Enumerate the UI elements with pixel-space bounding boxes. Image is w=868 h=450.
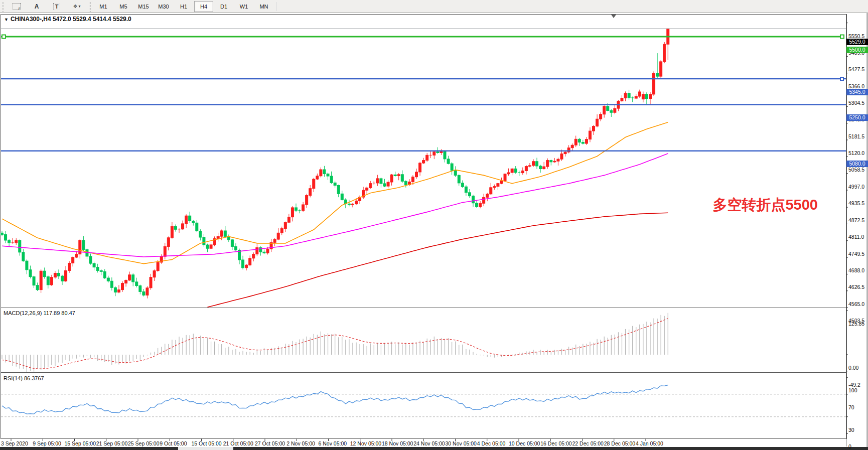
bull-candle <box>220 231 223 236</box>
bear-candle <box>196 223 198 231</box>
bear-candle <box>323 170 326 174</box>
bear-candle <box>327 174 329 176</box>
bull-candle <box>574 139 577 145</box>
time-axis-label: 30 Nov 05:00 <box>446 440 477 446</box>
bear-candle <box>206 245 209 248</box>
ma-mid-line <box>2 154 668 257</box>
bull-candle <box>653 73 655 94</box>
bull-candle <box>390 175 393 182</box>
shapes-tool-button[interactable]: ❖ ▾ <box>67 1 86 12</box>
bear-candle <box>107 278 109 281</box>
bull-candle <box>150 277 152 288</box>
green-line-handle-right[interactable] <box>840 35 844 39</box>
rsi-indicator-label: RSI(14) 86.3767 <box>4 375 44 381</box>
bear-candle <box>100 270 102 271</box>
bear-candle <box>231 240 233 247</box>
bull-candle <box>249 258 251 265</box>
bull-candle <box>614 108 616 112</box>
bear-candle <box>334 183 336 185</box>
chart-annotation-text[interactable]: 多空转折点5500 <box>627 195 818 215</box>
bull-candle <box>75 254 78 257</box>
bull-candle <box>638 92 641 96</box>
bear-candle <box>189 216 191 221</box>
time-axis-label: 28 Dec 05:00 <box>604 440 635 446</box>
bull-candle <box>182 224 184 229</box>
time-axis-label: 24 Nov 05:00 <box>413 440 445 446</box>
toolbar-grip[interactable] <box>2 2 5 12</box>
timeframe-button-w1[interactable]: W1 <box>234 1 253 12</box>
time-axis-label: 18 Nov 05:00 <box>382 440 413 446</box>
timeframe-button-group: M1M5M15M30H1H4D1W1MN <box>93 1 274 12</box>
timeframe-button-m1[interactable]: M1 <box>94 1 113 12</box>
bear-candle <box>103 271 106 278</box>
bull-candle <box>589 131 591 139</box>
timeframe-button-m30[interactable]: M30 <box>154 1 173 12</box>
bear-candle <box>465 187 467 193</box>
current-price-badge: 5529.0 <box>846 39 868 45</box>
ma-slow-line <box>208 213 668 307</box>
text-tool-button[interactable]: T <box>47 1 66 12</box>
price-axis-label: 4749.5 <box>848 251 868 257</box>
bull-candle <box>117 290 120 292</box>
bull-candle <box>546 161 549 167</box>
bull-candle <box>493 187 496 188</box>
bull-candle <box>320 170 322 176</box>
bull-candle <box>571 145 573 147</box>
chart-header: ▼CHINA300-,H4 5472.0 5529.4 5414.4 5529.… <box>4 16 131 23</box>
bear-candle <box>348 204 350 205</box>
timeframe-button-m15[interactable]: M15 <box>134 1 153 12</box>
bear-candle <box>174 226 177 229</box>
timeframe-button-h4[interactable]: H4 <box>194 1 213 12</box>
bull-candle <box>256 248 258 254</box>
bull-candle <box>663 44 666 62</box>
green-line-handle-left[interactable] <box>2 35 6 39</box>
bear-candle <box>454 171 457 176</box>
chart-canvas[interactable] <box>0 13 868 450</box>
bull-candle <box>284 222 286 228</box>
bear-candle <box>468 193 471 196</box>
bull-candle <box>217 236 219 239</box>
timeframe-button-d1[interactable]: D1 <box>214 1 233 12</box>
grid-tool-button[interactable]: F <box>7 1 26 12</box>
chart-window: ▼CHINA300-,H4 5472.0 5529.4 5414.4 5529.… <box>0 13 868 450</box>
bear-candle <box>582 142 584 143</box>
shapes-tool-icon: ❖ <box>73 4 78 9</box>
bear-candle <box>514 169 517 172</box>
price-axis-label: 4997.0 <box>848 184 868 190</box>
bear-candle <box>93 263 95 267</box>
bull-candle <box>355 201 358 204</box>
price-axis-label: 4688.0 <box>848 267 868 273</box>
time-axis-label: 15 Oct 05:00 <box>192 440 222 446</box>
chart-shift-marker[interactable] <box>611 15 616 18</box>
bull-candle <box>287 217 290 223</box>
price-axis-label: 5304.5 <box>848 100 868 106</box>
scrollbar-thumb[interactable] <box>178 447 233 450</box>
timeframe-button-h1[interactable]: H1 <box>174 1 193 12</box>
bull-candle <box>525 167 527 171</box>
bull-candle <box>553 161 556 162</box>
time-axis-label: 27 Oct 05:00 <box>255 440 285 446</box>
blue-line-handle[interactable] <box>840 77 843 80</box>
timeframe-button-mn[interactable]: MN <box>254 1 273 12</box>
collapse-arrow-icon[interactable]: ▼ <box>4 17 9 22</box>
blue-level-badge: 5080.0 <box>846 161 868 167</box>
bear-candle <box>536 162 538 166</box>
bull-candle <box>479 203 482 207</box>
bull-candle <box>504 174 506 181</box>
bull-candle <box>635 96 637 98</box>
price-axis-label: 4565.0 <box>848 301 868 307</box>
bear-candle <box>1 233 4 234</box>
bull-candle <box>557 159 559 161</box>
bull-candle <box>528 166 531 167</box>
bull-candle <box>483 197 485 203</box>
bull-candle <box>54 273 56 277</box>
chevron-down-icon: ▾ <box>78 4 80 9</box>
bottom-scroll-strip[interactable] <box>0 447 868 450</box>
bull-candle <box>497 184 499 187</box>
timeframe-button-m5[interactable]: M5 <box>114 1 133 12</box>
bull-candle <box>369 184 372 188</box>
timeframe-toolbar-grip[interactable] <box>88 2 92 12</box>
bull-candle <box>419 163 421 172</box>
label-a-tool-button[interactable]: A <box>27 1 46 12</box>
bear-candle <box>437 152 439 153</box>
